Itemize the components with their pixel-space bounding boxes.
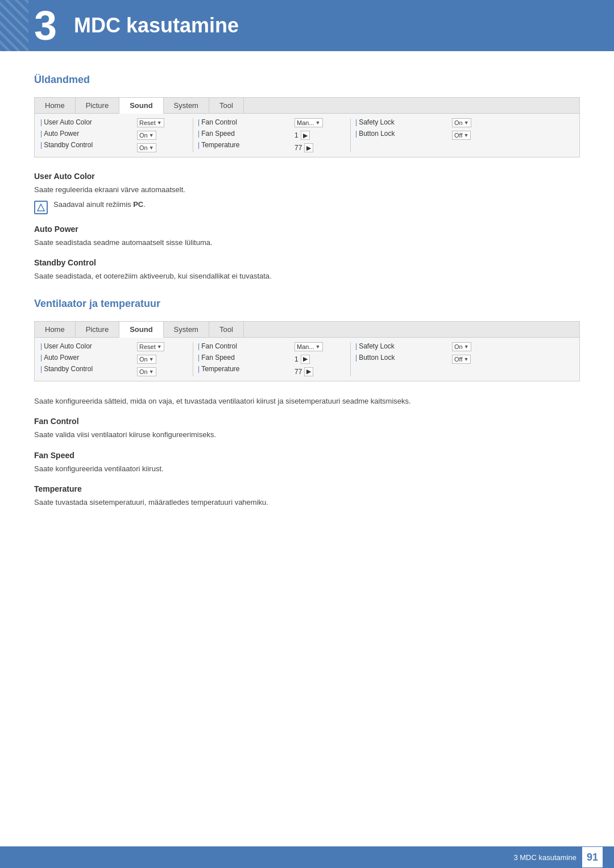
tab-tool-1[interactable]: Tool xyxy=(209,98,244,113)
p2-row-fan-speed: Fan Speed xyxy=(198,354,289,362)
val-standby: On ▼ xyxy=(137,143,182,152)
label-auto-power: Auto Power xyxy=(40,130,86,138)
p2-row-auto-power: Auto Power xyxy=(40,354,131,362)
label-fan-speed: Fan Speed xyxy=(198,130,243,138)
p2-row-standby: Standby Control xyxy=(40,365,131,373)
fan-speed-right-arrow[interactable]: ▶ xyxy=(301,131,310,140)
tab-system-2[interactable]: System xyxy=(164,322,209,337)
p2-label-standby: Standby Control xyxy=(40,365,93,373)
label-temperature: Temperature xyxy=(198,141,243,149)
page-header: 3 MDC kasutamine xyxy=(0,0,614,51)
select-reset[interactable]: Reset ▼ xyxy=(137,118,164,127)
tab-home-2[interactable]: Home xyxy=(35,322,76,337)
select-auto-power[interactable]: On ▼ xyxy=(137,131,156,140)
para-fan-control: Saate valida viisi ventilaatori kiiruse … xyxy=(34,429,580,441)
panel1-rows: User Auto Color Auto Power Standby Contr… xyxy=(35,114,579,157)
page-footer: 3 MDC kasutamine 91 xyxy=(0,846,614,868)
tab-sound-2[interactable]: Sound xyxy=(119,322,163,338)
p2-select-fan-control[interactable]: Man... ▼ xyxy=(294,342,323,351)
select-safety-lock[interactable]: On ▼ xyxy=(452,118,471,127)
col1-labels: User Auto Color Auto Power Standby Contr… xyxy=(40,118,131,152)
p2-empty-val xyxy=(452,367,486,375)
p2-select-safety-lock[interactable]: On ▼ xyxy=(452,342,471,351)
p2-row-safety-lock: Safety Lock xyxy=(355,342,446,350)
p2-select-button-lock[interactable]: Off ▼ xyxy=(452,355,471,364)
p2-temperature-right-arrow[interactable]: ▶ xyxy=(304,367,313,376)
p2-col2-values: Man... ▼ 1 ▶ 77 ▶ xyxy=(294,342,340,376)
val-temperature: 77 ▶ xyxy=(294,143,340,152)
p2-sep2 xyxy=(350,342,351,376)
row-button-lock: Button Lock xyxy=(355,130,446,138)
val-fan-speed: 1 ▶ xyxy=(294,131,340,140)
sub-heading-auto-power: Auto Power xyxy=(34,225,580,234)
para-standby: Saate seadistada, et ooterežiim aktiveer… xyxy=(34,271,580,282)
chapter-title: MDC kasutamine xyxy=(74,14,239,38)
main-content: Üldandmed Home Picture Sound System Tool… xyxy=(0,51,614,534)
p2-label-safety-lock: Safety Lock xyxy=(355,342,401,350)
p2-val-fan-control: Man... ▼ xyxy=(294,342,340,351)
p2-col3-labels: Safety Lock Button Lock xyxy=(355,342,446,376)
p2-col2-labels: Fan Control Fan Speed Temperature xyxy=(198,342,289,376)
select-standby[interactable]: On ▼ xyxy=(137,143,156,152)
p2-val-safety-lock: On ▼ xyxy=(452,342,486,351)
row-temperature: Temperature xyxy=(198,141,289,149)
temperature-right-arrow[interactable]: ▶ xyxy=(304,143,313,152)
p2-fan-speed-right-arrow[interactable]: ▶ xyxy=(301,355,310,364)
para-auto-power: Saate seadistada seadme automaatselt sis… xyxy=(34,237,580,248)
row-fan-control: Fan Control xyxy=(198,118,289,126)
p2-row-user-auto-color: User Auto Color xyxy=(40,342,131,350)
panel2-rows: User Auto Color Auto Power Standby Contr… xyxy=(35,338,579,381)
label-button-lock: Button Lock xyxy=(355,130,401,138)
note-row: Saadaval ainult režiimis PC. xyxy=(34,200,580,214)
chapter-number: 3 xyxy=(34,5,57,46)
select-fan-control[interactable]: Man... ▼ xyxy=(294,118,323,127)
tab-bar-2: Home Picture Sound System Tool xyxy=(35,322,579,338)
note-icon xyxy=(34,201,48,214)
val-reset: Reset ▼ xyxy=(137,118,182,127)
para-temperature: Saate tuvastada sisetemperatuuri, määrat… xyxy=(34,497,580,508)
p2-select-reset[interactable]: Reset ▼ xyxy=(137,342,164,351)
note-strong: PC xyxy=(133,200,143,209)
tab-sound-1[interactable]: Sound xyxy=(119,98,163,114)
tab-home-1[interactable]: Home xyxy=(35,98,76,113)
p2-row-empty xyxy=(355,365,446,373)
ui-panel-2: Home Picture Sound System Tool User Auto… xyxy=(34,321,580,381)
value-temperature: 77 xyxy=(294,144,302,152)
sub-heading-standby: Standby Control xyxy=(34,258,580,267)
note-text: Saadaval ainult režiimis PC. xyxy=(53,200,146,209)
row-safety-lock: Safety Lock xyxy=(355,118,446,126)
p2-label-auto-power: Auto Power xyxy=(40,354,86,362)
p2-val-button-lock: Off ▼ xyxy=(452,355,486,364)
empty-val xyxy=(452,143,486,151)
tab-picture-1[interactable]: Picture xyxy=(76,98,119,113)
p2-label-temperature: Temperature xyxy=(198,365,243,373)
row-auto-power: Auto Power xyxy=(40,130,131,138)
p2-col1-values: Reset ▼ On ▼ On ▼ xyxy=(137,342,182,376)
p2-col1-labels: User Auto Color Auto Power Standby Contr… xyxy=(40,342,131,376)
col3-values: On ▼ Off ▼ xyxy=(452,118,486,152)
ui-panel-1: Home Picture Sound System Tool User Auto… xyxy=(34,97,580,157)
para-section2-intro: Saate konfigureerida sätteid, mida on va… xyxy=(34,396,580,407)
value-fan-speed: 1 xyxy=(294,131,298,139)
label-fan-control: Fan Control xyxy=(198,118,243,126)
p2-select-standby[interactable]: On ▼ xyxy=(137,367,156,376)
tab-system-1[interactable]: System xyxy=(164,98,209,113)
sub-heading-temperature: Temperature xyxy=(34,484,580,493)
tab-bar-1: Home Picture Sound System Tool xyxy=(35,98,579,114)
p2-label-button-lock: Button Lock xyxy=(355,354,401,362)
section2-heading: Ventilaator ja temperatuur xyxy=(34,298,580,310)
select-button-lock[interactable]: Off ▼ xyxy=(452,131,471,140)
p2-val-fan-speed: 1 ▶ xyxy=(294,355,340,364)
tab-picture-2[interactable]: Picture xyxy=(76,322,119,337)
p2-val-temperature: 77 ▶ xyxy=(294,367,340,376)
p2-row-temperature: Temperature xyxy=(198,365,289,373)
footer-text: 3 MDC kasutamine xyxy=(513,853,576,862)
p2-select-auto-power[interactable]: On ▼ xyxy=(137,355,156,364)
para-user-auto-color: Saate reguleerida ekraani värve automaat… xyxy=(34,184,580,196)
label-user-auto-color: User Auto Color xyxy=(40,118,92,126)
p2-label-fan-speed: Fan Speed xyxy=(198,354,243,362)
val-safety-lock: On ▼ xyxy=(452,118,486,127)
p2-row-button-lock: Button Lock xyxy=(355,354,446,362)
section1-heading: Üldandmed xyxy=(34,74,580,86)
tab-tool-2[interactable]: Tool xyxy=(209,322,244,337)
